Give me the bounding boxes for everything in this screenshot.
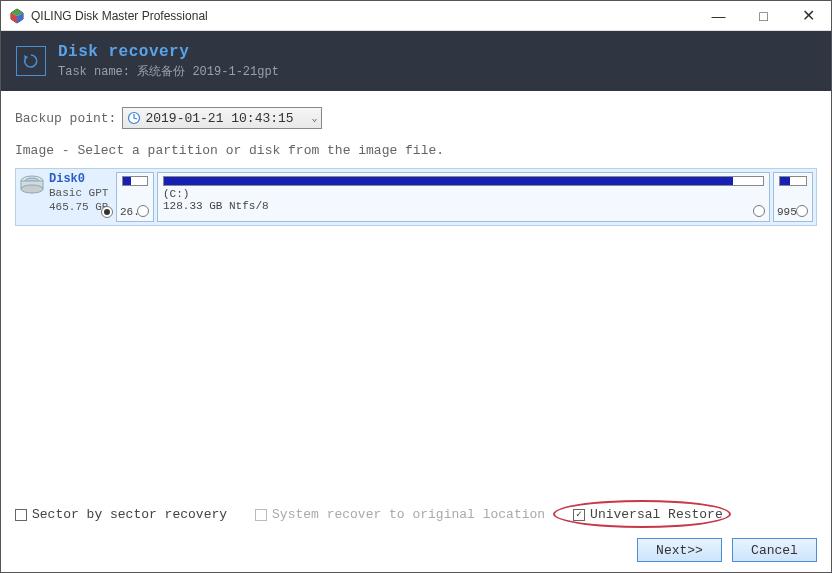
partition-2-radio[interactable] [796,205,808,217]
options-row: Sector by sector recovery System recover… [15,507,817,522]
close-button[interactable]: ✕ [786,1,831,30]
checkbox-icon [255,509,267,521]
disk-type: Basic GPT [49,186,108,200]
window-controls: — □ ✕ [696,1,831,30]
app-title: QILING Disk Master Professional [31,9,696,23]
partition-2[interactable]: 995. [773,172,813,222]
backup-point-label: Backup point: [15,111,116,126]
recovery-icon [16,46,46,76]
svg-point-9 [21,185,43,193]
sector-recovery-checkbox[interactable]: Sector by sector recovery [15,507,227,522]
partition-0-radio[interactable] [137,205,149,217]
partition-1-detail: (C:) [163,188,764,200]
next-button[interactable]: Next>> [637,538,722,562]
disk-panel: Disk0 Basic GPT 465.75 GB 26. (C:) 128.3… [15,168,817,226]
page-header: Disk recovery Task name: 系统备份 2019-1-21g… [1,31,831,91]
partition-1[interactable]: (C:) 128.33 GB Ntfs/8 [157,172,770,222]
partition-1-radio[interactable] [753,205,765,217]
universal-restore-checkbox[interactable]: Universal Restore [573,507,723,522]
system-recover-checkbox: System recover to original location [255,507,545,522]
disk-name: Disk0 [49,172,108,186]
disk-size: 465.75 GB [49,200,108,214]
maximize-button[interactable]: □ [741,1,786,30]
cancel-button[interactable]: Cancel [732,538,817,562]
minimize-button[interactable]: — [696,1,741,30]
titlebar: QILING Disk Master Professional — □ ✕ [1,1,831,31]
chevron-down-icon: ⌄ [311,112,317,124]
instruction-text: Image - Select a partition or disk from … [15,143,817,158]
page-title: Disk recovery [58,43,279,61]
disk-info[interactable]: Disk0 Basic GPT 465.75 GB [19,172,113,222]
clock-icon [127,111,141,125]
disk-radio[interactable] [101,206,113,218]
checkbox-icon [15,509,27,521]
partition-0[interactable]: 26. [116,172,154,222]
checkbox-icon [573,509,585,521]
disk-icon [19,174,45,194]
partition-1-size: 128.33 GB Ntfs/8 [163,200,764,212]
backup-point-dropdown[interactable]: 2019-01-21 10:43:15 ⌄ [122,107,322,129]
task-name: Task name: 系统备份 2019-1-21gpt [58,63,279,80]
app-icon [9,8,25,24]
backup-point-value: 2019-01-21 10:43:15 [145,111,317,126]
